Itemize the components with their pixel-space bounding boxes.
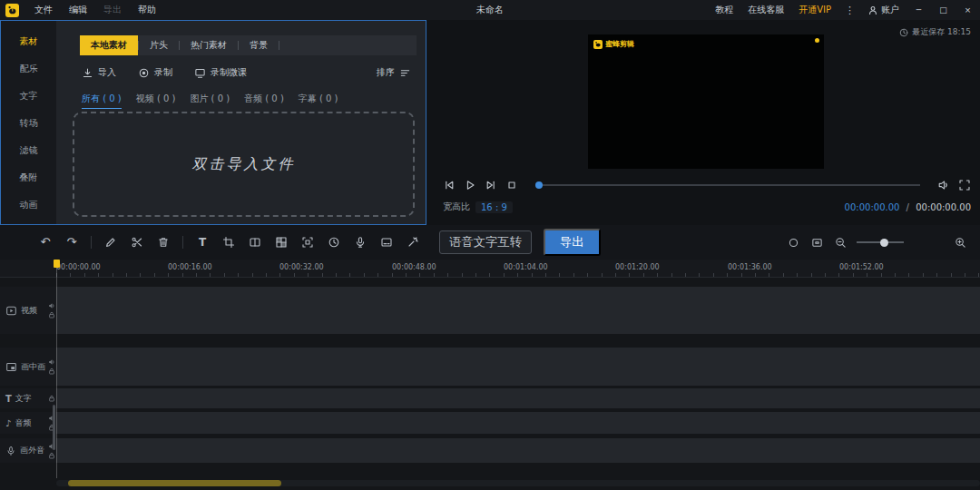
tutorial-link[interactable]: 教程 [708,0,740,20]
timeline-zoom-slider[interactable] [857,241,904,243]
track-header-voiceover[interactable]: 画外音 [0,438,56,463]
more-menu-icon[interactable]: ⋮ [838,5,861,16]
import-dropzone[interactable]: 双击导入文件 [73,112,415,217]
duration-clock-icon[interactable] [327,235,341,250]
zoom-in-icon[interactable] [953,235,967,250]
tab-background[interactable]: 背景 [239,35,279,55]
vertical-scrollbar[interactable] [53,405,55,450]
voice-text-convert-button[interactable]: 语音文字互转 [439,230,532,254]
record-button[interactable]: 录制 [138,66,172,79]
track-lane-pip[interactable] [56,348,980,386]
support-link[interactable]: 在线客服 [740,0,791,20]
video-canvas[interactable]: 蜜蜂剪辑 [588,34,824,169]
sidebar-item-animation[interactable]: 动画 [1,191,56,219]
horizontal-scrollbar-thumb[interactable] [68,480,281,486]
split-scissors-icon[interactable] [130,235,144,250]
beautify-icon[interactable] [406,235,420,250]
sort-button[interactable]: 排序 [377,66,411,79]
previous-frame-button[interactable] [443,179,456,191]
clock-icon [899,28,908,37]
app-logo-icon [5,4,19,17]
lock-track-icon[interactable] [48,368,55,375]
track-row-text: T 文字 [0,388,980,408]
mute-track-icon[interactable] [48,358,55,366]
filter-all[interactable]: 所有 ( 0 ) [82,93,122,109]
text-tool-icon[interactable]: T [195,235,210,250]
lock-track-icon[interactable] [48,311,55,318]
ruler-label: 00:01:52.00 [839,263,884,271]
subtitle-icon[interactable] [379,235,394,250]
minimize-button[interactable]: ─ [906,0,931,20]
redo-button[interactable]: ↷ [64,235,79,250]
fullscreen-icon[interactable] [958,179,971,191]
seek-bar[interactable] [535,184,920,186]
canvas-frame-icon[interactable] [300,235,315,250]
voiceover-mic-icon[interactable] [353,235,368,250]
horizontal-scrollbar[interactable] [56,480,980,486]
mosaic-icon[interactable] [274,235,289,250]
sidebar-item-overlay[interactable]: 叠附 [1,164,56,191]
marker-ring-icon[interactable] [786,235,800,250]
zoom-out-icon[interactable] [833,235,848,250]
track-label: 视频 [21,305,37,317]
tab-divider [279,41,279,50]
track-header-pip[interactable]: 画中画 [0,348,56,386]
ruler-ticks [56,273,980,277]
close-button[interactable]: × [956,0,980,20]
track-header-text[interactable]: T 文字 [0,388,56,408]
tab-hot-material[interactable]: 热门素材 [180,35,238,55]
fit-timeline-icon[interactable] [809,235,824,250]
preview-panel: 最近保存 18:15 蜜蜂剪辑 [426,20,980,225]
tab-local-material[interactable]: 本地素材 [80,35,138,55]
tab-intro[interactable]: 片头 [139,35,179,55]
play-button[interactable] [464,179,476,191]
crop-icon[interactable] [221,235,236,250]
sidebar-item-material[interactable]: 素材 [1,28,56,55]
record-course-button[interactable]: 录制微课 [194,66,247,79]
sidebar-item-music[interactable]: 配乐 [1,55,56,83]
volume-icon[interactable] [937,179,950,191]
account-button[interactable]: 账户 [861,4,906,16]
lock-track-icon[interactable] [48,395,55,402]
track-lane-text[interactable] [56,388,980,408]
mute-track-icon[interactable] [48,302,55,309]
lock-track-icon[interactable] [48,452,55,459]
export-button[interactable]: 导出 [544,229,601,256]
watermark: 蜜蜂剪辑 [593,39,634,49]
sidebar-item-filter[interactable]: 滤镜 [1,137,56,164]
freeze-frame-icon[interactable] [248,235,262,250]
stop-button[interactable] [505,179,518,191]
maximize-button[interactable]: □ [931,0,956,20]
filter-subtitle[interactable]: 字幕 ( 0 ) [299,93,338,109]
time-separator: / [906,202,909,212]
playhead[interactable] [54,260,60,268]
next-frame-button[interactable] [485,179,497,191]
filter-video[interactable]: 视频 ( 0 ) [136,93,176,109]
import-button[interactable]: 导入 [82,66,116,79]
delete-icon[interactable] [156,235,171,250]
menu-edit[interactable]: 编辑 [61,0,95,20]
zoom-slider-handle[interactable] [880,239,888,247]
track-header-audio[interactable]: ♪ 音频 [0,412,56,434]
edit-icon[interactable] [103,235,118,250]
sidebar-item-text[interactable]: 文字 [1,83,56,110]
media-actions: 导入 录制 录制微课 排序 [82,66,411,79]
track-lane-audio[interactable] [56,412,980,434]
menu-help[interactable]: 帮助 [130,0,164,20]
menu-export[interactable]: 导出 [95,0,130,20]
edit-toolbar: ↶ ↷ T [0,225,980,260]
timeline: 00:00:00.00 00:00:16.00 00:00:32.00 00:0… [0,260,980,490]
seek-handle[interactable] [535,181,543,189]
timeline-ruler[interactable]: 00:00:00.00 00:00:16.00 00:00:32.00 00:0… [0,260,980,278]
sidebar-item-transition[interactable]: 转场 [1,110,56,137]
menu-file[interactable]: 文件 [26,0,61,20]
titlebar-right: 教程 在线客服 开通VIP ⋮ 账户 ─ □ × [708,0,980,20]
track-lane-video[interactable] [56,287,980,334]
vip-link[interactable]: 开通VIP [791,0,838,20]
track-header-video[interactable]: 视频 [0,287,56,334]
filter-audio[interactable]: 音频 ( 0 ) [244,93,284,109]
undo-button[interactable]: ↶ [38,235,53,250]
aspect-ratio-value[interactable]: 16 : 9 [475,201,513,213]
filter-image[interactable]: 图片 ( 0 ) [190,93,230,109]
track-lane-voiceover[interactable] [56,438,980,463]
